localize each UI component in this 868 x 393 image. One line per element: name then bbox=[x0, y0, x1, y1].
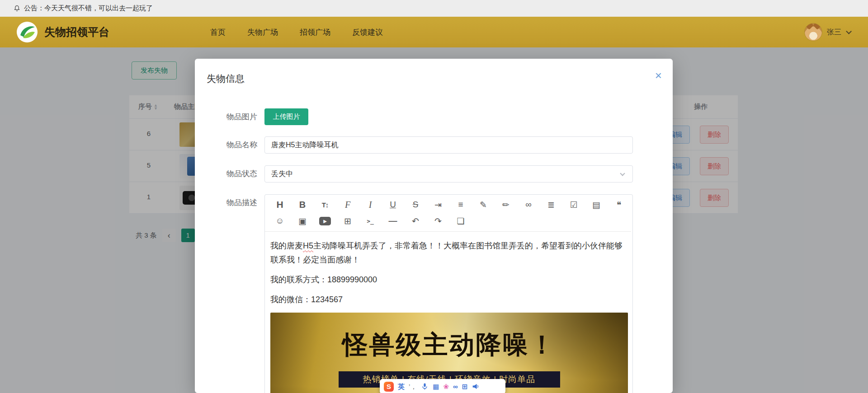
nav-item-feedback[interactable]: 反馈建议 bbox=[352, 27, 383, 37]
heading-icon[interactable]: H bbox=[274, 199, 286, 211]
banner-headline-text: 怪兽级主动降噪！ bbox=[270, 328, 628, 362]
lost-item-dialog: 失物信息 × 物品图片 上传图片 物品名称 物品状态 丢失中 物品描述 bbox=[195, 59, 673, 393]
app-header: 失物招领平台 首页 失物广场 招领广场 反馈建议 张三 bbox=[0, 17, 868, 47]
italic-icon[interactable]: I bbox=[364, 199, 376, 211]
user-avatar[interactable] bbox=[804, 23, 822, 41]
underline-icon[interactable]: U bbox=[387, 199, 399, 211]
justify-icon[interactable]: ▤ bbox=[590, 199, 602, 211]
bell-icon bbox=[14, 5, 20, 12]
microphone-icon[interactable] bbox=[421, 383, 429, 390]
font-size-icon[interactable]: T↕ bbox=[319, 199, 331, 211]
close-icon[interactable]: × bbox=[655, 70, 662, 81]
table-icon[interactable]: ⊞ bbox=[342, 215, 354, 227]
description-paragraph-2: 我的联系方式：18899990000 bbox=[270, 273, 627, 287]
ime-toolbar: S 英 ’， ▦ ❀ ∞ ⊞ bbox=[380, 379, 505, 393]
item-status-label: 物品状态 bbox=[195, 165, 257, 182]
highlight-icon[interactable]: ✏ bbox=[500, 199, 512, 211]
sogou-logo-icon[interactable]: S bbox=[384, 382, 394, 392]
announcement-text: 公告：今天天气很不错，可以出去一起玩了 bbox=[24, 4, 153, 13]
virtual-keyboard-icon[interactable]: ▦ bbox=[433, 382, 439, 392]
form-row-image: 物品图片 上传图片 bbox=[195, 108, 673, 126]
item-name-input[interactable] bbox=[264, 136, 633, 154]
form-row-status: 物品状态 丢失中 bbox=[195, 165, 673, 182]
upload-image-button[interactable]: 上传图片 bbox=[264, 108, 308, 125]
item-status-value: 丢失中 bbox=[271, 170, 293, 178]
divider-icon[interactable]: — bbox=[387, 215, 399, 227]
font-color-icon[interactable]: ✎ bbox=[477, 199, 489, 211]
line-height-icon[interactable]: ≡ bbox=[455, 199, 467, 211]
app-root: 公告：今天天气很不错，可以出去一起玩了 失物招领平台 首页 失物广场 招领广场 … bbox=[0, 0, 868, 393]
redo-icon[interactable]: ↷ bbox=[432, 215, 444, 227]
quote-icon[interactable]: ❝ bbox=[613, 199, 625, 211]
form-row-name: 物品名称 bbox=[195, 136, 673, 154]
skin-palette-icon[interactable]: ❀ bbox=[443, 382, 449, 392]
code-block-icon[interactable]: >_ bbox=[364, 215, 376, 227]
spellcheck-underline: H5 bbox=[303, 241, 313, 250]
nav-item-lost-plaza[interactable]: 失物广场 bbox=[247, 27, 278, 37]
todo-list-icon[interactable]: ☑ bbox=[568, 199, 580, 211]
bullet-list-icon[interactable]: ≣ bbox=[545, 199, 557, 211]
editor-toolbar: HBT↕FIUS⇥≡✎✏∞≣☑▤❝☺▣▶⊞>_—↶↷❏ bbox=[265, 195, 631, 232]
emoji-icon[interactable]: ☺ bbox=[274, 215, 286, 227]
fullscreen-icon[interactable]: ❏ bbox=[455, 215, 467, 227]
main-nav: 首页 失物广场 招领广场 反馈建议 bbox=[210, 17, 383, 47]
video-icon[interactable]: ▶ bbox=[319, 217, 331, 225]
brand-title: 失物招领平台 bbox=[44, 25, 109, 39]
chevron-down-icon bbox=[620, 171, 625, 176]
undo-icon[interactable]: ↶ bbox=[410, 215, 421, 227]
notification-horn-icon[interactable] bbox=[472, 383, 479, 390]
brand-logo-icon bbox=[16, 21, 38, 43]
nav-item-found-plaza[interactable]: 招领广场 bbox=[300, 27, 330, 37]
description-paragraph-1: 我的唐麦H5主动降噪耳机弄丢了，非常着急！！大概率在图书馆里弄丢的，希望看到的小… bbox=[270, 239, 627, 267]
description-paragraph-3: 我的微信：1234567 bbox=[270, 293, 627, 307]
form-row-description: 物品描述 HBT↕FIUS⇥≡✎✏∞≣☑▤❝☺▣▶⊞>_—↶↷❏ 我的唐麦H5主… bbox=[195, 194, 673, 393]
ime-language-toggle[interactable]: 英 bbox=[398, 382, 405, 392]
item-description-label: 物品描述 bbox=[195, 194, 257, 211]
ime-punctuation-toggle[interactable]: ’， bbox=[409, 382, 417, 392]
indent-icon[interactable]: ⇥ bbox=[432, 199, 444, 211]
rich-text-editor: HBT↕FIUS⇥≡✎✏∞≣☑▤❝☺▣▶⊞>_—↶↷❏ 我的唐麦H5主动降噪耳机… bbox=[264, 194, 633, 393]
nav-item-home[interactable]: 首页 bbox=[210, 27, 226, 37]
bold-icon[interactable]: B bbox=[297, 199, 308, 211]
font-family-icon[interactable]: F bbox=[342, 199, 354, 211]
item-name-label: 物品名称 bbox=[195, 136, 257, 154]
link-icon[interactable]: ∞ bbox=[523, 199, 534, 211]
chevron-down-icon bbox=[846, 28, 852, 34]
image-icon[interactable]: ▣ bbox=[297, 215, 308, 227]
item-image-label: 物品图片 bbox=[195, 108, 257, 126]
strikethrough-icon[interactable]: S bbox=[410, 199, 421, 211]
user-menu[interactable]: 张三 bbox=[804, 17, 850, 47]
announcement-bar: 公告：今天天气很不错，可以出去一起玩了 bbox=[0, 0, 868, 17]
dialog-title: 失物信息 bbox=[207, 72, 245, 85]
item-status-select[interactable]: 丢失中 bbox=[264, 165, 633, 182]
editor-content[interactable]: 我的唐麦H5主动降噪耳机弄丢了，非常着急！！大概率在图书馆里弄丢的，希望看到的小… bbox=[265, 232, 632, 393]
toolbox-grid-icon[interactable]: ⊞ bbox=[462, 382, 468, 392]
cloud-input-icon[interactable]: ∞ bbox=[453, 382, 458, 392]
user-name: 张三 bbox=[827, 28, 841, 37]
